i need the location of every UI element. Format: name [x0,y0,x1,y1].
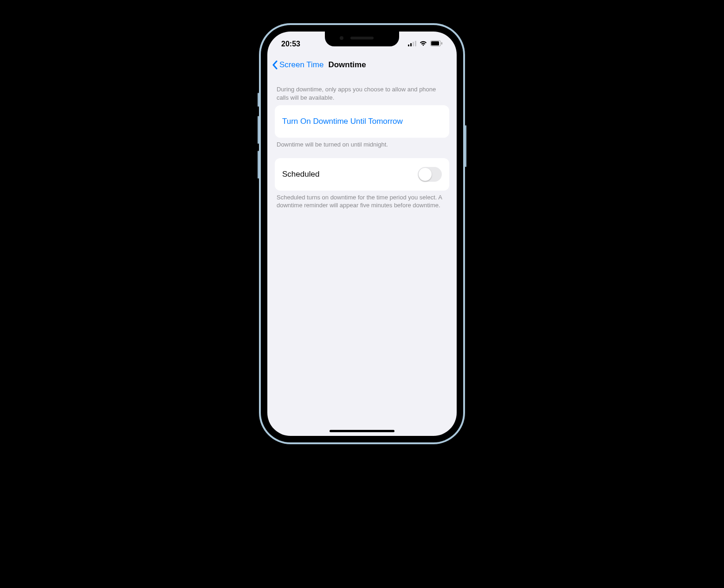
back-label: Screen Time [279,60,323,70]
volume-up-button [258,116,259,144]
home-indicator[interactable] [330,430,394,432]
turn-on-footer: Downtime will be turned on until midnigh… [267,138,457,153]
toggle-knob [419,168,432,181]
scheduled-toggle[interactable] [418,167,442,182]
svg-rect-1 [410,43,412,46]
notch [325,32,399,46]
chevron-left-icon [272,60,278,70]
status-time: 20:53 [281,40,300,48]
svg-rect-3 [415,41,416,46]
silent-switch [258,93,259,107]
volume-down-button [258,151,259,179]
svg-rect-6 [441,42,442,45]
scheduled-footer: Scheduled turns on downtime for the time… [267,191,457,213]
battery-icon [430,40,443,48]
page-title: Downtime [328,60,366,70]
screen: 20:53 [267,32,457,436]
svg-rect-0 [408,45,409,46]
intro-text: During downtime, only apps you choose to… [267,85,457,105]
scheduled-label: Scheduled [282,170,319,179]
turn-on-downtime-button[interactable]: Turn On Downtime Until Tomorrow [275,105,449,138]
status-icons [408,40,443,48]
scheduled-group: Scheduled [275,158,449,191]
svg-rect-5 [431,41,439,45]
scheduled-row: Scheduled [275,158,449,191]
turn-on-label: Turn On Downtime Until Tomorrow [282,117,403,126]
svg-rect-2 [413,42,414,46]
cellular-signal-icon [408,40,416,48]
power-button [465,125,466,167]
content-scroll[interactable]: During downtime, only apps you choose to… [267,78,457,436]
device-frame: 20:53 [259,23,465,444]
wifi-icon [419,40,427,48]
turn-on-group: Turn On Downtime Until Tomorrow [275,105,449,138]
nav-bar: Screen Time Downtime [267,55,457,75]
back-button[interactable]: Screen Time [267,60,323,70]
